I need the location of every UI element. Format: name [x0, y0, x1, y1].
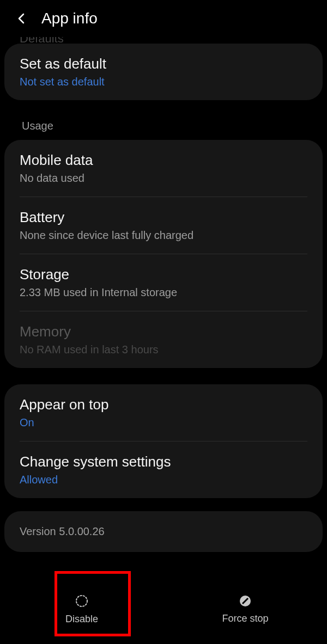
bottom-bar: Disable Force stop [0, 574, 327, 644]
row-appear-on-top[interactable]: Appear on top On [4, 384, 323, 441]
row-subtitle: No data used [20, 172, 307, 185]
row-subtitle: Not set as default [20, 76, 307, 88]
row-battery[interactable]: Battery None since device last fully cha… [4, 197, 323, 254]
row-title: Change system settings [20, 453, 307, 470]
row-subtitle: On [20, 416, 307, 429]
header: App info [0, 0, 327, 37]
row-title: Mobile data [20, 152, 307, 169]
content-scroll[interactable]: Defaults Set as default Not set as defau… [0, 37, 327, 552]
row-set-as-default[interactable]: Set as default Not set as default [4, 44, 323, 100]
button-label: Force stop [222, 613, 268, 624]
section-label-usage: Usage [4, 107, 323, 140]
row-mobile-data[interactable]: Mobile data No data used [4, 140, 323, 197]
card-defaults: Set as default Not set as default [4, 44, 323, 100]
card-usage: Mobile data No data used Battery None si… [4, 140, 323, 368]
force-stop-button[interactable]: Force stop [164, 574, 327, 644]
card-version: Version 5.0.00.26 [4, 511, 323, 552]
disable-button[interactable]: Disable [0, 574, 164, 644]
row-subtitle: None since device last fully charged [20, 229, 307, 242]
button-label: Disable [65, 614, 98, 625]
version-text: Version 5.0.00.26 [20, 525, 307, 538]
disable-icon [75, 594, 89, 608]
row-title: Memory [20, 323, 307, 340]
row-subtitle: 2.33 MB used in Internal storage [20, 286, 307, 299]
stop-icon [239, 594, 252, 608]
row-change-system-settings[interactable]: Change system settings Allowed [4, 441, 323, 498]
row-title: Set as default [20, 56, 307, 72]
page-title: App info [41, 10, 98, 27]
svg-point-0 [76, 596, 87, 606]
row-subtitle: Allowed [20, 474, 307, 486]
card-advanced: Appear on top On Change system settings … [4, 384, 323, 498]
row-title: Appear on top [20, 396, 307, 413]
section-label-defaults-cutoff: Defaults [4, 37, 323, 44]
row-title: Storage [20, 266, 307, 283]
row-title: Battery [20, 209, 307, 226]
row-memory: Memory No RAM used in last 3 hours [4, 311, 323, 368]
back-icon[interactable] [15, 12, 28, 25]
row-storage[interactable]: Storage 2.33 MB used in Internal storage [4, 254, 323, 311]
row-subtitle: No RAM used in last 3 hours [20, 344, 307, 356]
